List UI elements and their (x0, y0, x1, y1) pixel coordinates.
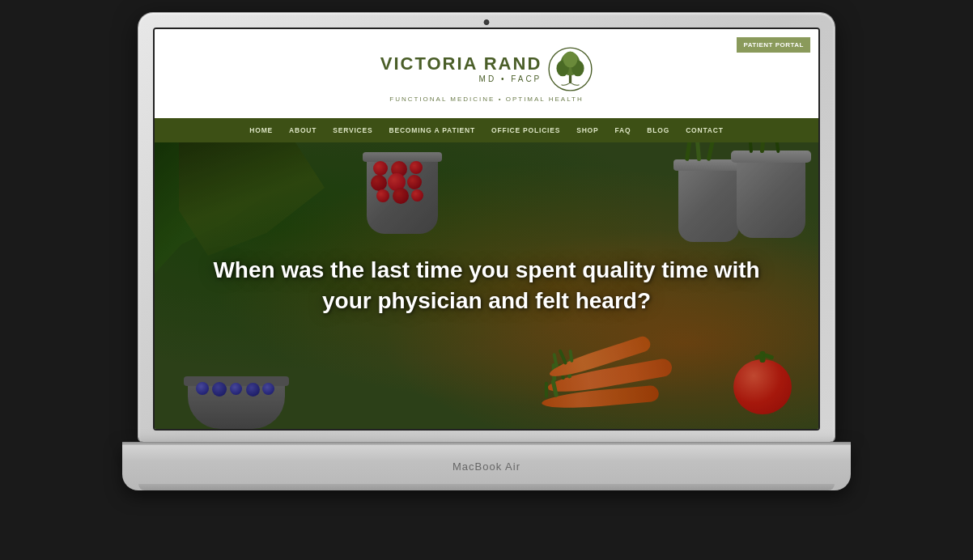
nav-link-shop[interactable]: SHOP (568, 118, 606, 142)
laptop-hinge (122, 442, 851, 445)
screen-display: PATIENT PORTAL VICTORIA RAND MD • FACP (153, 28, 820, 431)
nav-item-home[interactable]: HOME (241, 118, 281, 142)
nav-link-about[interactable]: ABOUT (281, 118, 325, 142)
logo-credentials: MD • FACP (479, 74, 542, 83)
site-header: PATIENT PORTAL VICTORIA RAND MD • FACP (155, 29, 818, 118)
patient-portal-button[interactable]: PATIENT PORTAL (737, 37, 810, 53)
nav-link-blog[interactable]: BLOG (639, 118, 678, 142)
nav-link-services[interactable]: SERVICES (325, 118, 380, 142)
nav-item-office-policies[interactable]: OFFICE POLICIES (483, 118, 568, 142)
logo-text-group: VICTORIA RAND MD • FACP (380, 55, 542, 83)
nav-item-faq[interactable]: FAQ (606, 118, 639, 142)
laptop-mockup: PATIENT PORTAL VICTORIA RAND MD • FACP (122, 13, 851, 547)
nav-item-contact[interactable]: CONTACT (678, 118, 732, 142)
hero-content: When was the last time you spent quality… (155, 142, 818, 429)
nav-link-faq[interactable]: FAQ (606, 118, 639, 142)
nav-item-services[interactable]: SERVICES (325, 118, 380, 142)
nav-item-becoming-patient[interactable]: BECOMING A PATIENT (381, 118, 483, 142)
logo-tagline: FUNCTIONAL MEDICINE • OPTIMAL HEALTH (389, 95, 583, 103)
nav-link-contact[interactable]: CONTACT (678, 118, 732, 142)
site-navigation: HOME ABOUT SERVICES BECOMING A PATIENT O (155, 118, 818, 142)
camera-dot (484, 19, 490, 25)
laptop-screen-bezel: PATIENT PORTAL VICTORIA RAND MD • FACP (138, 13, 835, 442)
nav-list: HOME ABOUT SERVICES BECOMING A PATIENT O (241, 118, 731, 142)
nav-link-becoming-patient[interactable]: BECOMING A PATIENT (381, 118, 483, 142)
website-frame: PATIENT PORTAL VICTORIA RAND MD • FACP (155, 29, 818, 429)
nav-item-blog[interactable]: BLOG (639, 118, 678, 142)
hero-section: When was the last time you spent quality… (155, 142, 818, 429)
logo-name: VICTORIA RAND (380, 55, 542, 73)
laptop-bottom-edge (138, 484, 835, 490)
svg-point-5 (563, 52, 578, 68)
laptop-brand-label: MacBook Air (453, 460, 520, 473)
logo-area: VICTORIA RAND MD • FACP (380, 47, 593, 103)
hero-heading: When was the last time you spent quality… (211, 255, 762, 316)
nav-link-office-policies[interactable]: OFFICE POLICIES (483, 118, 568, 142)
nav-link-home[interactable]: HOME (241, 118, 281, 142)
logo-main: VICTORIA RAND MD • FACP (380, 47, 593, 91)
nav-item-about[interactable]: ABOUT (281, 118, 325, 142)
logo-tree-icon (548, 47, 593, 91)
nav-item-shop[interactable]: SHOP (568, 118, 606, 142)
laptop-base: MacBook Air (122, 442, 851, 490)
